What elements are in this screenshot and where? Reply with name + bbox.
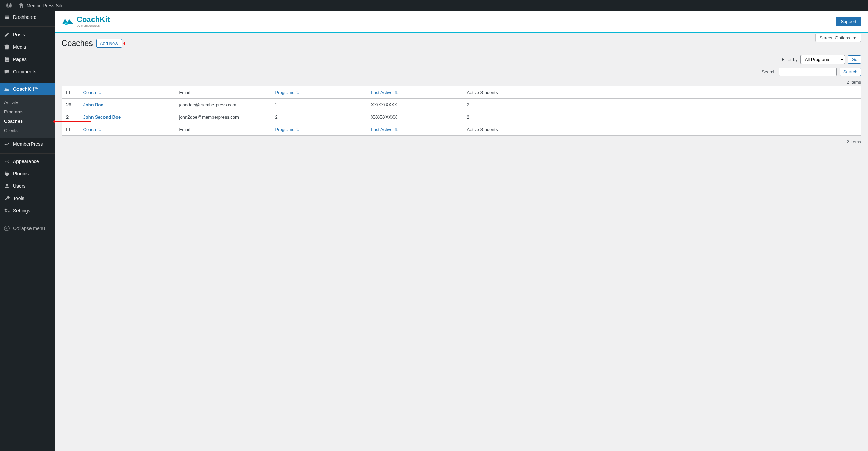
menu-memberpress[interactable]: MemberPress: [0, 138, 55, 150]
submenu-programs[interactable]: Programs: [0, 107, 55, 117]
menu-label: Users: [13, 183, 26, 189]
brand-name: CoachKit: [77, 15, 110, 24]
sort-icon: ⇅: [98, 90, 101, 95]
pin-icon: [3, 31, 10, 38]
go-button[interactable]: Go: [848, 55, 861, 64]
th-email: Email: [175, 86, 271, 99]
cell-email: johndoe@memberpress.com: [175, 99, 271, 111]
menu-label: Pages: [13, 57, 27, 62]
site-name[interactable]: MemberPress Site: [15, 2, 66, 9]
collapse-icon: [3, 225, 10, 232]
svg-point-0: [4, 226, 9, 231]
menu-comments[interactable]: Comments: [0, 65, 55, 78]
submenu-clients[interactable]: Clients: [0, 126, 55, 135]
coach-link[interactable]: John Doe: [83, 102, 103, 107]
menu-label: Dashboard: [13, 14, 37, 20]
page-title: Coaches: [62, 39, 93, 48]
settings-icon: [3, 207, 10, 214]
search-label: Search: [762, 69, 776, 74]
tf-coach[interactable]: Coach ⇅: [79, 123, 175, 136]
main: m CoachKit by memberpress Support Screen…: [55, 11, 868, 451]
menu-dashboard[interactable]: Dashboard: [0, 11, 55, 23]
coach-link[interactable]: John Second Doe: [83, 114, 121, 120]
brand-sub: by memberpress: [77, 24, 110, 27]
menu-separator: [0, 80, 55, 81]
filter-label: Filter by: [782, 57, 797, 62]
menu-separator: [0, 152, 55, 154]
cell-programs: 2: [271, 99, 367, 111]
svg-text:m: m: [65, 22, 67, 25]
add-new-button[interactable]: Add New: [96, 39, 122, 48]
submenu-coaches[interactable]: Coaches: [0, 117, 55, 126]
th-programs[interactable]: Programs ⇅: [271, 86, 367, 99]
th-coach[interactable]: Coach ⇅: [79, 86, 175, 99]
tf-id: Id: [62, 123, 79, 136]
tf-programs[interactable]: Programs ⇅: [271, 123, 367, 136]
wp-logo[interactable]: [3, 2, 15, 9]
tf-last-active[interactable]: Last Active ⇅: [367, 123, 463, 136]
plugins-icon: [3, 170, 10, 177]
search-button[interactable]: Search: [840, 68, 861, 76]
coachkit-icon: [3, 86, 10, 93]
submenu-coachkit: Activity Programs Coaches Clients: [0, 95, 55, 138]
memberpress-icon: [3, 141, 10, 147]
th-id: Id: [62, 86, 79, 99]
items-count-bottom: 2 items: [62, 139, 861, 144]
menu-plugins[interactable]: Plugins: [0, 168, 55, 180]
menu-tools[interactable]: Tools: [0, 192, 55, 205]
cell-active-students: 2: [463, 99, 861, 111]
table-row: 26 John Doe johndoe@memberpress.com 2 XX…: [62, 99, 861, 111]
items-count-top: 2 items: [62, 80, 861, 85]
cell-id: 26: [62, 99, 79, 111]
tools-icon: [3, 195, 10, 202]
menu-pages[interactable]: Pages: [0, 53, 55, 65]
menu-media[interactable]: Media: [0, 41, 55, 53]
wordpress-icon: [5, 2, 12, 9]
submenu-activity[interactable]: Activity: [0, 98, 55, 107]
chevron-down-icon: ▼: [852, 35, 857, 40]
sort-icon: ⇅: [98, 127, 101, 132]
menu-separator: [0, 25, 55, 27]
sort-icon: ⇅: [296, 90, 299, 95]
brand-logo: m CoachKit by memberpress: [62, 15, 110, 27]
table-row: 2 John Second Doe john2doe@memberpress.c…: [62, 111, 861, 123]
cell-active-students: 2: [463, 111, 861, 123]
tf-active-students: Active Students: [463, 123, 861, 136]
th-active-students: Active Students: [463, 86, 861, 99]
menu-label: Media: [13, 44, 26, 50]
menu-label: CoachKit™: [13, 86, 39, 92]
menu-label: Posts: [13, 32, 25, 37]
menu-posts[interactable]: Posts: [0, 28, 55, 41]
admin-sidebar: Dashboard Posts Media Pages Comments Coa…: [0, 11, 55, 451]
menu-appearance[interactable]: Appearance: [0, 155, 55, 168]
th-last-active[interactable]: Last Active ⇅: [367, 86, 463, 99]
menu-label: Comments: [13, 69, 36, 74]
cell-programs: 2: [271, 111, 367, 123]
search-input[interactable]: [779, 68, 837, 76]
coaches-table: Id Coach ⇅ Email Programs ⇅ Last Active …: [62, 86, 861, 136]
cell-last-active: XX/XX/XXXX: [367, 111, 463, 123]
menu-users[interactable]: Users: [0, 180, 55, 192]
menu-settings[interactable]: Settings: [0, 205, 55, 217]
admin-bar: MemberPress Site: [0, 0, 868, 11]
screen-options-button[interactable]: Screen Options ▼: [815, 34, 861, 42]
support-button[interactable]: Support: [836, 17, 861, 26]
sort-icon: ⇅: [394, 90, 398, 95]
pages-icon: [3, 56, 10, 63]
media-icon: [3, 44, 10, 50]
home-icon: [18, 2, 25, 9]
coachkit-logo-icon: m: [62, 16, 74, 26]
tf-email: Email: [175, 123, 271, 136]
menu-label: Plugins: [13, 171, 29, 176]
users-icon: [3, 183, 10, 190]
dashboard-icon: [3, 14, 10, 21]
menu-label: Settings: [13, 208, 30, 214]
menu-collapse[interactable]: Collapse menu: [0, 222, 55, 234]
menu-coachkit[interactable]: CoachKit™: [0, 83, 55, 95]
menu-label: Appearance: [13, 159, 39, 164]
cell-email: john2doe@memberpress.com: [175, 111, 271, 123]
comments-icon: [3, 68, 10, 75]
brand-header: m CoachKit by memberpress Support: [55, 11, 868, 33]
filter-select[interactable]: All Programs: [800, 55, 845, 64]
site-name-label: MemberPress Site: [27, 3, 63, 8]
